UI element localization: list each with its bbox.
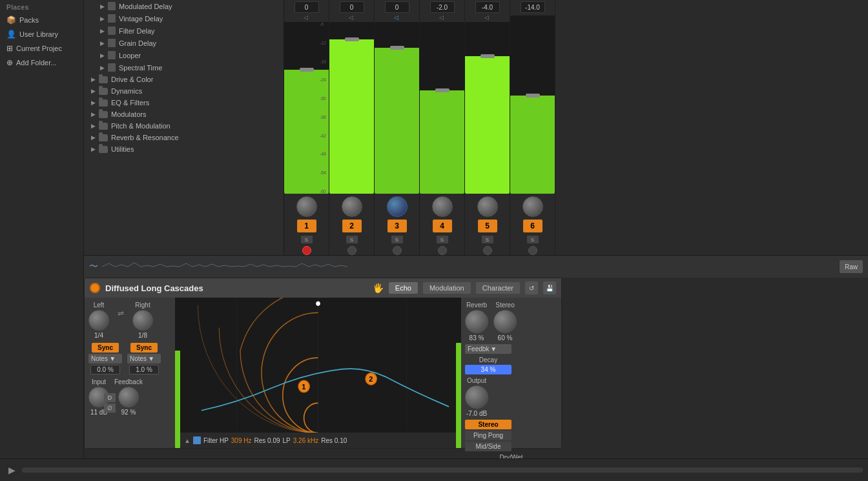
mid-side-button[interactable]: Mid/Side bbox=[465, 442, 512, 451]
ping-pong-button[interactable]: Ping Pong bbox=[465, 431, 512, 440]
list-item[interactable]: ▶ Modulators bbox=[84, 108, 284, 120]
transport-waveform bbox=[102, 261, 832, 272]
item-label: Pitch & Modulation bbox=[111, 122, 170, 130]
feedbk-arrow: ▼ bbox=[490, 345, 497, 353]
rec-button[interactable] bbox=[347, 246, 356, 255]
reverb-value: 83 % bbox=[470, 334, 484, 342]
right-sync-button[interactable]: Sync bbox=[130, 343, 158, 353]
list-item[interactable]: ▶ Filter Delay bbox=[84, 25, 284, 37]
right-delay-knob[interactable] bbox=[132, 310, 153, 331]
right-notes-dropdown[interactable]: Notes ▼ bbox=[127, 354, 161, 363]
channel-knob[interactable] bbox=[296, 196, 317, 217]
stereo-knob[interactable] bbox=[493, 310, 517, 333]
power-button[interactable] bbox=[90, 283, 100, 293]
echo-body: Left 1/4 ⇌ Right 1/8 Sync Notes ▼ bbox=[85, 298, 561, 448]
solo-button[interactable]: S bbox=[527, 236, 539, 243]
list-item[interactable]: ▶ Pitch & Modulation bbox=[84, 120, 284, 132]
list-item[interactable]: ▶ Dynamics bbox=[84, 85, 284, 97]
places-header: Places bbox=[0, 0, 83, 13]
left-delay-col: Left 1/4 bbox=[88, 302, 109, 339]
sidebar-item-add-folder[interactable]: ⊕ Add Folder... bbox=[0, 56, 83, 70]
rec-button[interactable] bbox=[483, 246, 492, 255]
feedback-knob[interactable] bbox=[118, 387, 139, 407]
raw-button[interactable]: Raw bbox=[840, 260, 863, 273]
left-delay-knob[interactable] bbox=[88, 310, 109, 331]
list-item[interactable]: ▶ Utilities bbox=[84, 143, 284, 155]
timeline-bar[interactable] bbox=[22, 467, 863, 473]
feedback-label: Feedback bbox=[114, 378, 143, 385]
feedbk-dropdown[interactable]: Feedbk ▼ bbox=[465, 344, 512, 354]
rec-button[interactable] bbox=[393, 246, 402, 255]
list-item[interactable]: ▶ Grain Delay bbox=[84, 37, 284, 49]
save-icon[interactable]: 💾 bbox=[543, 281, 556, 294]
solo-button[interactable]: S bbox=[301, 236, 313, 243]
folder-icon bbox=[99, 76, 108, 83]
echo-vis-svg: 1 2 100 1k 10k bbox=[180, 298, 456, 448]
sidebar-item-label: Current Projec bbox=[16, 45, 62, 52]
channel-value: -2.0 bbox=[430, 1, 455, 13]
channel-value: 0 bbox=[340, 1, 364, 13]
channel-1: 0 ◁ -6 -12 -18 -24 -30 -36 -42 -48 -54 -… bbox=[284, 0, 329, 258]
notes-label: Notes bbox=[91, 355, 108, 362]
plugin-title: Diffused Long Cascades bbox=[105, 283, 367, 293]
rec-button[interactable] bbox=[528, 246, 537, 255]
decay-bar[interactable]: 34 % bbox=[465, 365, 512, 374]
pack-icon: 📦 bbox=[6, 15, 16, 25]
tab-modulation[interactable]: Modulation bbox=[423, 282, 471, 294]
filter-triangle-icon: ▲ bbox=[184, 437, 191, 444]
channel-number: 5 bbox=[478, 220, 497, 232]
right-feedback-input[interactable]: 1.0 % bbox=[129, 365, 159, 374]
left-feedback-input[interactable]: 0.0 % bbox=[90, 365, 120, 374]
tab-character[interactable]: Character bbox=[476, 282, 520, 294]
item-label: Modulators bbox=[111, 110, 146, 118]
user-icon: 👤 bbox=[6, 30, 16, 39]
list-item[interactable]: ▶ Looper bbox=[84, 49, 284, 61]
channel-knob[interactable] bbox=[477, 196, 498, 217]
list-item[interactable]: ▶ Reverb & Resonance bbox=[84, 132, 284, 143]
left-sync-button[interactable]: Sync bbox=[92, 343, 119, 353]
d-button[interactable]: D bbox=[104, 393, 116, 402]
stereo-value: 60 % bbox=[498, 334, 513, 342]
dropdown-arrow: ▼ bbox=[148, 355, 154, 362]
settings-icon[interactable]: ↺ bbox=[525, 281, 538, 294]
item-label: Spectral Time bbox=[119, 64, 162, 72]
rec-button[interactable] bbox=[302, 246, 311, 255]
channel-value: 0 bbox=[294, 1, 319, 13]
link-icon[interactable]: ⇌ bbox=[114, 307, 127, 320]
output-knob[interactable] bbox=[465, 385, 488, 409]
solo-button[interactable]: S bbox=[437, 236, 448, 243]
item-label: Modulated Delay bbox=[119, 3, 172, 10]
reverb-knob[interactable] bbox=[465, 310, 488, 333]
feedback-value: 92 % bbox=[121, 409, 136, 416]
stereo-mode-button[interactable]: Stereo bbox=[465, 420, 512, 429]
solo-button[interactable]: S bbox=[346, 236, 358, 243]
stereo-label: Stereo bbox=[495, 302, 514, 309]
solo-button[interactable]: S bbox=[391, 236, 403, 243]
list-item[interactable]: ▶ Drive & Color bbox=[84, 74, 284, 85]
expand-arrow: ▶ bbox=[89, 134, 97, 141]
tab-echo[interactable]: Echo bbox=[389, 282, 418, 294]
list-item[interactable]: ▶ EQ & Filters bbox=[84, 97, 284, 108]
sidebar-item-packs[interactable]: 📦 Packs bbox=[0, 13, 83, 27]
project-icon: ⊞ bbox=[6, 44, 13, 53]
right-meter-fill bbox=[456, 343, 461, 448]
channel-knob[interactable] bbox=[432, 196, 453, 217]
phi-button[interactable]: ∅ bbox=[104, 404, 116, 413]
stereo-col: Stereo 60 % bbox=[493, 302, 517, 342]
list-item[interactable]: ▶ Vintage Delay bbox=[84, 12, 284, 25]
channel-knob[interactable] bbox=[522, 196, 543, 217]
left-notes-dropdown[interactable]: Notes ▼ bbox=[88, 354, 122, 363]
channel-knob[interactable] bbox=[387, 196, 408, 217]
sidebar-item-user-library[interactable]: 👤 User Library bbox=[0, 27, 83, 41]
list-item[interactable]: ▶ Spectral Time bbox=[84, 61, 284, 74]
play-button[interactable]: ▶ bbox=[5, 464, 18, 476]
echo-visualization[interactable]: 1 2 100 1k 10k ▲ Filter HP 309 Hz Res 0.… bbox=[180, 298, 456, 448]
echo-right-controls: Reverb 83 % Stereo 60 % Feedbk ▼ Decay bbox=[461, 298, 561, 448]
list-item[interactable]: ▶ Modulated Delay bbox=[84, 0, 284, 12]
sidebar-item-current-project[interactable]: ⊞ Current Projec bbox=[0, 41, 83, 56]
right-sync-col: Sync Notes ▼ 1.0 % bbox=[127, 343, 161, 374]
solo-button[interactable]: S bbox=[482, 236, 493, 243]
channel-knob[interactable] bbox=[342, 196, 362, 217]
rec-button[interactable] bbox=[438, 246, 447, 255]
item-label: Reverb & Resonance bbox=[111, 134, 179, 141]
